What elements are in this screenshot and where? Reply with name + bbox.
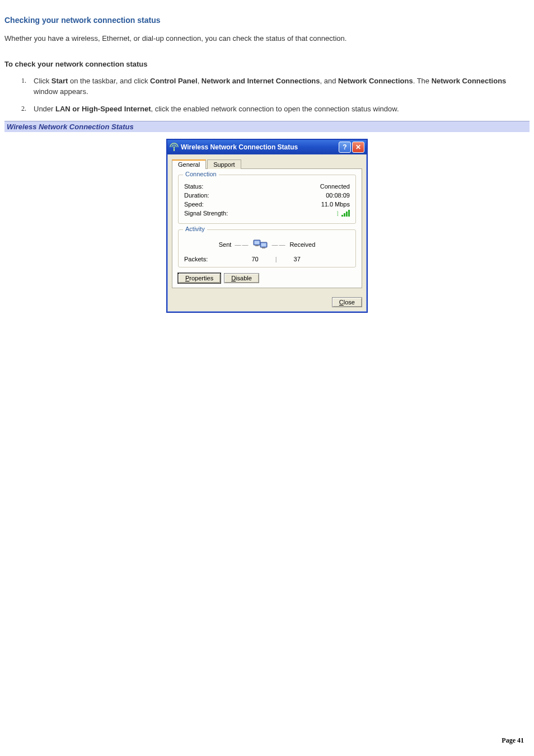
sub-heading: To check your network connection status xyxy=(4,60,530,68)
page-number: 41 xyxy=(517,736,524,744)
bold-lan: LAN or High-Speed Internet xyxy=(55,105,151,113)
step-number: 2. xyxy=(21,104,26,114)
tab-general[interactable]: General xyxy=(172,159,206,169)
page-label: Page xyxy=(502,736,516,744)
bold-start: Start xyxy=(51,77,68,85)
tab-support[interactable]: Support xyxy=(207,159,241,169)
svg-rect-4 xyxy=(255,245,259,246)
step-text: . The xyxy=(413,77,432,85)
group-connection: Connection Status: Connected Duration: 0… xyxy=(178,175,356,224)
status-label: Status: xyxy=(184,183,203,190)
packets-label: Packets: xyxy=(184,256,208,262)
activity-dash-icon: —— xyxy=(235,241,249,248)
bold-network-internet: Network and Internet Connections xyxy=(202,77,320,85)
signal-strength-icon: ⦚ xyxy=(336,210,350,217)
svg-rect-7 xyxy=(262,247,265,248)
speed-value: 11.0 Mbps xyxy=(321,201,350,208)
properties-button[interactable]: Properties xyxy=(178,273,221,283)
step-text: , click the enabled network connection t… xyxy=(151,105,399,113)
tab-panel-general: Connection Status: Connected Duration: 0… xyxy=(172,168,362,288)
intro-text: Whether you have a wireless, Ethernet, o… xyxy=(4,34,530,44)
duration-value: 00:08:09 xyxy=(326,192,350,199)
group-activity: Activity Sent —— xyxy=(178,229,356,267)
activity-received-label: Received xyxy=(289,241,315,248)
packets-received-value: 37 xyxy=(294,256,301,262)
activity-dash-icon: —— xyxy=(271,241,286,248)
step-1: 1. Click Start on the taskbar, and click… xyxy=(21,76,530,97)
page-footer: Page 41 xyxy=(502,736,524,745)
activity-sent-label: Sent xyxy=(219,241,232,248)
bold-network-connections-2: Network Connections xyxy=(432,77,507,85)
divider: | xyxy=(275,256,277,262)
figure-caption: Wireless Network Connection Status xyxy=(4,121,530,132)
svg-rect-0 xyxy=(174,148,175,151)
speed-label: Speed: xyxy=(184,201,204,208)
close-button[interactable]: Close xyxy=(332,297,362,307)
step-text: window appears. xyxy=(34,87,88,96)
svg-rect-3 xyxy=(255,241,260,245)
disable-button[interactable]: Disable xyxy=(224,273,259,283)
step-text: , and xyxy=(320,77,339,85)
network-computers-icon xyxy=(252,238,268,251)
svg-point-1 xyxy=(174,147,175,148)
step-text: , xyxy=(198,77,202,85)
tab-strip: General Support xyxy=(172,159,362,169)
signal-label: Signal Strength: xyxy=(184,210,228,217)
section-heading: Checking your network connection status xyxy=(4,16,530,25)
step-text: Click xyxy=(34,77,51,85)
svg-rect-6 xyxy=(261,243,266,247)
group-title-connection: Connection xyxy=(183,171,219,177)
bold-control-panel: Control Panel xyxy=(150,77,198,85)
group-title-activity: Activity xyxy=(183,226,207,232)
step-number: 1. xyxy=(21,76,26,86)
bold-network-connections: Network Connections xyxy=(338,77,413,85)
step-text: Under xyxy=(34,105,55,113)
dialog-title: Wireless Network Connection Status xyxy=(181,143,339,151)
status-value: Connected xyxy=(320,183,350,190)
dialog-titlebar[interactable]: Wireless Network Connection Status ? ✕ xyxy=(167,140,367,154)
step-2: 2. Under LAN or High-Speed Internet, cli… xyxy=(21,104,530,115)
step-text: on the taskbar, and click xyxy=(68,77,150,85)
close-icon[interactable]: ✕ xyxy=(352,142,364,153)
duration-label: Duration: xyxy=(184,192,209,199)
wireless-icon xyxy=(170,143,179,152)
packets-sent-value: 70 xyxy=(251,256,258,262)
help-button[interactable]: ? xyxy=(339,142,351,153)
status-dialog: Wireless Network Connection Status ? ✕ G… xyxy=(166,139,368,313)
